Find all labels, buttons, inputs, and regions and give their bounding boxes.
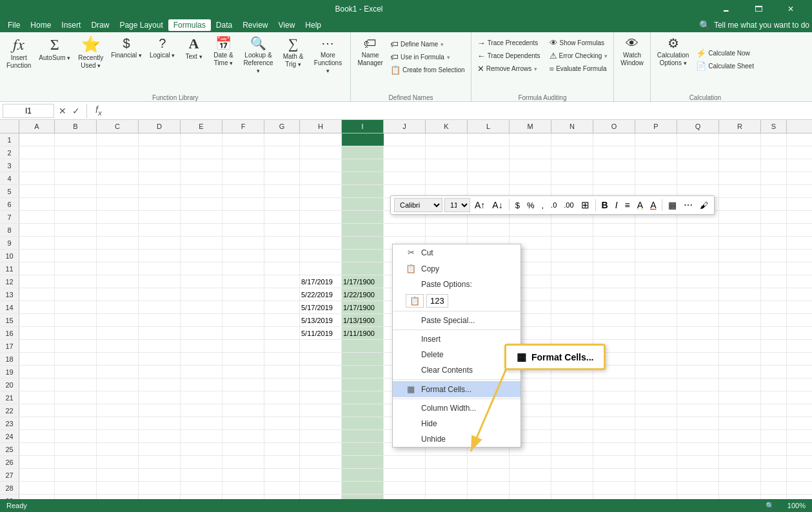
currency-btn[interactable]: $ <box>513 198 522 212</box>
calculation-options-button[interactable]: ⚙ CalculationOptions ▾ <box>654 34 692 70</box>
cell-b5[interactable] <box>55 185 97 197</box>
cell-d10[interactable] <box>139 250 181 262</box>
cell-e14[interactable] <box>181 301 223 313</box>
cell-n12[interactable] <box>551 275 593 288</box>
cell-f28[interactable] <box>223 482 264 494</box>
cell-q27[interactable] <box>677 469 719 481</box>
cell-s17[interactable] <box>761 340 787 352</box>
cell-h13[interactable]: 5/22/2019 <box>300 288 342 300</box>
cell-c15[interactable] <box>97 314 139 326</box>
cell-e2[interactable] <box>181 146 223 159</box>
cell-c8[interactable] <box>97 224 139 236</box>
cell-o25[interactable] <box>593 443 635 455</box>
lookup-reference-button[interactable]: 🔍 Lookup &Reference ▾ <box>239 34 277 77</box>
cell-d26[interactable] <box>139 456 181 468</box>
cell-m3[interactable] <box>510 159 551 172</box>
cell-a13[interactable] <box>19 288 55 300</box>
cell-o20[interactable] <box>593 379 635 391</box>
cell-c22[interactable] <box>97 404 139 417</box>
cell-e25[interactable] <box>181 443 223 455</box>
cell-i13[interactable]: 1/22/1900 <box>342 288 384 300</box>
menu-pagelayout[interactable]: Page Layout <box>114 19 168 31</box>
cell-e23[interactable] <box>181 417 223 429</box>
cell-e17[interactable] <box>181 340 223 352</box>
cell-q9[interactable] <box>677 237 719 249</box>
cell-p2[interactable] <box>635 146 677 159</box>
cell-a26[interactable] <box>19 456 55 468</box>
increase-decimal-btn[interactable]: .0 <box>548 198 559 212</box>
cell-e9[interactable] <box>181 237 223 249</box>
cell-m4[interactable] <box>510 172 551 184</box>
row-number-3[interactable]: 3 <box>0 159 19 172</box>
cell-i3[interactable] <box>342 159 384 172</box>
show-formulas-button[interactable]: 👁 Show Formulas <box>547 37 611 49</box>
cell-o23[interactable] <box>593 417 635 429</box>
row-number-2[interactable]: 2 <box>0 146 19 159</box>
cell-r5[interactable] <box>719 185 761 197</box>
cell-e1[interactable] <box>181 133 223 146</box>
cell-d22[interactable] <box>139 404 181 417</box>
cell-g10[interactable] <box>264 250 300 262</box>
cell-s12[interactable] <box>761 275 787 288</box>
cell-a16[interactable] <box>19 327 55 339</box>
cell-a19[interactable] <box>19 366 55 378</box>
cell-p3[interactable] <box>635 159 677 172</box>
cell-g7[interactable] <box>264 211 300 223</box>
menu-file[interactable]: File <box>3 19 25 31</box>
cell-j2[interactable] <box>384 146 426 159</box>
cell-e15[interactable] <box>181 314 223 326</box>
cell-h9[interactable] <box>300 237 342 249</box>
col-header-o[interactable]: O <box>593 120 635 133</box>
cell-f9[interactable] <box>223 237 264 249</box>
cell-h1[interactable] <box>300 133 342 146</box>
maximize-button[interactable]: 🗖 <box>744 0 773 18</box>
cell-j8[interactable] <box>384 224 426 236</box>
watch-window-button[interactable]: 👁 WatchWindow <box>617 34 647 70</box>
remove-arrows-button[interactable]: ✕ Remove Arrows ▾ <box>475 63 543 75</box>
cell-g9[interactable] <box>264 237 300 249</box>
cell-j27[interactable] <box>384 469 426 481</box>
cell-i16[interactable]: 1/11/1900 <box>342 327 384 339</box>
menu-view[interactable]: View <box>273 19 301 31</box>
cell-n27[interactable] <box>551 469 593 481</box>
cell-h19[interactable] <box>300 366 342 378</box>
name-manager-button[interactable]: 🏷 NameManager <box>354 34 386 70</box>
cell-b9[interactable] <box>55 237 97 249</box>
cell-f15[interactable] <box>223 314 264 326</box>
cell-c16[interactable] <box>97 327 139 339</box>
row-number-14[interactable]: 14 <box>0 301 19 313</box>
font-size-selector[interactable]: 11 <box>444 198 470 212</box>
cell-k1[interactable] <box>426 133 468 146</box>
autosum-button[interactable]: Σ AutoSum ▾ <box>35 34 74 64</box>
cell-s4[interactable] <box>761 172 787 184</box>
col-header-g[interactable]: G <box>264 120 300 133</box>
cell-a5[interactable] <box>19 185 55 197</box>
cell-b18[interactable] <box>55 353 97 365</box>
cell-d27[interactable] <box>139 469 181 481</box>
cell-l27[interactable] <box>468 469 510 481</box>
cell-p10[interactable] <box>635 250 677 262</box>
cell-g24[interactable] <box>264 430 300 442</box>
cell-b26[interactable] <box>55 456 97 468</box>
cell-h21[interactable] <box>300 391 342 404</box>
cell-b21[interactable] <box>55 391 97 404</box>
cell-b11[interactable] <box>55 262 97 275</box>
cell-q8[interactable] <box>677 224 719 236</box>
cell-s8[interactable] <box>761 224 787 236</box>
cell-r19[interactable] <box>719 366 761 378</box>
insert-function-button[interactable]: 𝑓𝑥 InsertFunction <box>3 34 34 72</box>
cell-f2[interactable] <box>223 146 264 159</box>
cell-p20[interactable] <box>635 379 677 391</box>
cell-p4[interactable] <box>635 172 677 184</box>
cell-a1[interactable] <box>19 133 55 146</box>
cell-b8[interactable] <box>55 224 97 236</box>
row-number-1[interactable]: 1 <box>0 133 19 146</box>
cell-g5[interactable] <box>264 185 300 197</box>
recently-used-button[interactable]: ⭐ RecentlyUsed ▾ <box>75 34 106 72</box>
cell-f20[interactable] <box>223 379 264 391</box>
cell-k28[interactable] <box>426 482 468 494</box>
cell-d11[interactable] <box>139 262 181 275</box>
cell-s15[interactable] <box>761 314 787 326</box>
cell-b19[interactable] <box>55 366 97 378</box>
cell-f5[interactable] <box>223 185 264 197</box>
